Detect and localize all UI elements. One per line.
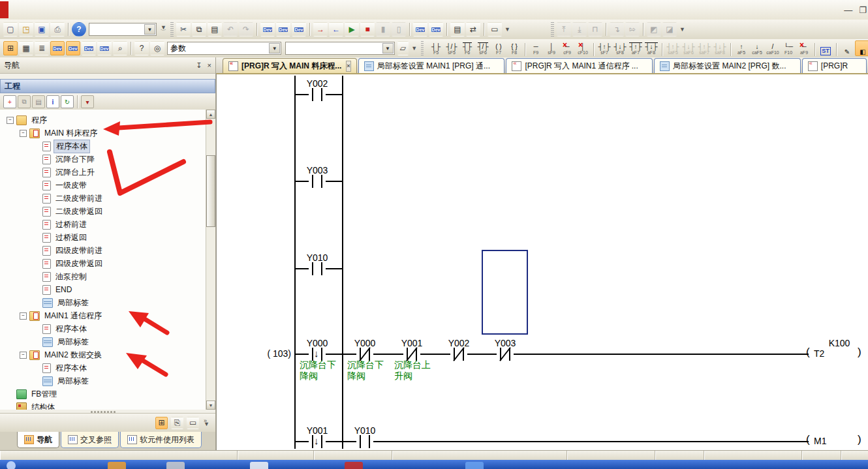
tree-item[interactable]: − 结构体 xyxy=(0,401,206,410)
paste-icon[interactable]: ▤ xyxy=(208,22,222,37)
find-text-combo[interactable]: ▼ xyxy=(285,42,394,55)
print-icon[interactable]: ⎙ xyxy=(50,22,65,37)
coil-M1[interactable]: ( M1 ) xyxy=(806,434,865,449)
tree-item[interactable]: − 过桥返回 xyxy=(0,231,206,244)
tree-item[interactable]: − 二级皮带前进 xyxy=(0,192,206,205)
tree-item[interactable]: − MAIN 料床程序 xyxy=(0,127,206,140)
menu-item[interactable] xyxy=(156,7,172,12)
device-list-icon[interactable]: Dev xyxy=(66,41,80,55)
tree-item[interactable]: − 局部标签 xyxy=(0,374,206,387)
scrollbar-thumb[interactable] xyxy=(206,155,215,227)
document-tab[interactable]: 局部标签设置 MAIN2 [PRG] 数... × xyxy=(654,58,801,73)
tree-item[interactable]: − 油泵控制 xyxy=(0,270,206,283)
tree-item[interactable]: − 一级皮带 xyxy=(0,179,206,192)
edit-cursor[interactable] xyxy=(482,250,528,335)
combo-dropdown-icon[interactable]: ▼ xyxy=(269,43,280,53)
help-icon[interactable]: ? xyxy=(72,22,86,37)
tree-item[interactable]: − 局部标签 xyxy=(0,296,206,309)
toolbar-overflow-icon-4[interactable]: ▼ xyxy=(411,47,417,50)
tree-scrollbar[interactable]: ▲ ▼ xyxy=(206,110,215,410)
taskbar-icon[interactable] xyxy=(465,462,484,469)
toolbar-overflow-icon-2[interactable]: ▼ xyxy=(504,28,510,31)
remote-operation-icon[interactable]: ▭ xyxy=(488,22,502,37)
close-panel-icon[interactable]: × xyxy=(208,61,211,70)
navigation-window-icon[interactable]: ⊞ xyxy=(3,41,18,55)
sort-filter-icon[interactable]: ▾ xyxy=(81,95,94,108)
ladder-tool-button[interactable]: ↓ caF5 xyxy=(749,40,765,56)
ladder-tool-button[interactable]: ─ aF9 xyxy=(796,40,812,56)
tree-item[interactable]: − 四级皮带返回 xyxy=(0,257,206,270)
tree-item[interactable]: − 局部标签 xyxy=(0,335,206,348)
contact-Y002-nc[interactable] xyxy=(450,347,467,361)
copy-icon[interactable]: ⧉ xyxy=(192,22,206,37)
edit-line-up-icon[interactable]: ⤒ xyxy=(557,22,571,37)
combo-dropdown-icon[interactable]: ▼ xyxy=(382,43,394,53)
toolbar-overflow-icon[interactable]: ▼﹀ xyxy=(161,26,166,33)
panel-tab[interactable]: 软元件使用列表 xyxy=(120,432,202,448)
edit-rung-icon[interactable]: ⊓ xyxy=(588,22,602,37)
collapse-icon[interactable]: − xyxy=(7,117,14,124)
tree-item[interactable]: − 沉降台下降 xyxy=(0,153,206,166)
taskbar-icon[interactable] xyxy=(166,462,185,469)
tree-item[interactable]: − 程序本体 xyxy=(0,361,206,374)
ladder-tool-button[interactable]: │ sF9 xyxy=(544,40,559,56)
ladder-tool-button[interactable]: ┤├ F6 xyxy=(459,40,475,56)
ladder-tool-button[interactable]: ┤/├ sF5 xyxy=(444,40,459,56)
ladder-tool-button[interactable]: ✎ xyxy=(839,40,855,56)
contact-Y003[interactable] xyxy=(309,174,326,189)
minibar-overflow-icon[interactable]: »▼ xyxy=(204,419,209,426)
scroll-up-icon[interactable]: ▲ xyxy=(206,110,215,119)
menu-item[interactable] xyxy=(15,7,31,12)
fb-selection-icon[interactable]: ▦ xyxy=(19,41,33,55)
cut-icon[interactable]: ✂ xyxy=(176,22,191,37)
statement-note-icon[interactable]: ▤ xyxy=(450,22,465,37)
taskbar-icon[interactable] xyxy=(250,462,268,469)
menu-item[interactable] xyxy=(172,7,187,12)
contact-Y001-falling[interactable] xyxy=(309,434,326,449)
trace-1-icon[interactable]: ◩ xyxy=(647,22,661,37)
ladder-tool-button[interactable]: ↑ aF5 xyxy=(734,40,749,56)
tree-item[interactable]: − 过桥前进 xyxy=(0,218,206,231)
scroll-down-icon[interactable]: ▼ xyxy=(206,401,215,410)
device-search-icon[interactable]: ⌕ xyxy=(113,41,127,55)
restore-button[interactable]: ❐ xyxy=(859,5,867,15)
tree-item[interactable]: − 四级皮带前进 xyxy=(0,244,206,257)
cross-search-icon[interactable]: ◎ xyxy=(150,41,164,55)
menu-item[interactable] xyxy=(140,7,156,12)
device-find-icon[interactable]: Dev xyxy=(50,41,65,55)
connection-destination-icon[interactable]: ▭ xyxy=(187,417,199,429)
edit-line-down-icon[interactable]: ⤓ xyxy=(572,22,587,37)
tree-item[interactable]: − 程序本体 xyxy=(0,322,206,335)
taskbar-icon[interactable] xyxy=(345,462,363,469)
document-tab[interactable]: [PRG]R 写入 MAIN1 通信程序 ... × xyxy=(506,58,653,73)
page-find-icon[interactable]: ▱ xyxy=(397,41,409,55)
copy-data-icon[interactable]: ⧉ xyxy=(18,95,31,108)
pin-icon[interactable]: ↧ xyxy=(196,61,202,70)
menu-item[interactable] xyxy=(78,7,93,12)
panel-tab[interactable]: 交叉参照 xyxy=(61,432,119,448)
redo-icon[interactable]: ↷ xyxy=(239,22,253,37)
tree-item[interactable]: − END xyxy=(0,283,206,296)
connection-line-icon[interactable]: ↴ xyxy=(610,22,624,37)
menu-item[interactable] xyxy=(62,7,78,12)
tree-item[interactable]: − 程序本体 xyxy=(0,140,206,153)
program-setting-icon[interactable]: ⊞ xyxy=(155,417,168,429)
ladder-editor[interactable]: Y002 Y003 Y010 ( 103) Y000 Y000 Y001 Y00… xyxy=(216,73,868,450)
device-batch-icon[interactable]: Dev xyxy=(82,41,96,55)
ladder-tool-button[interactable]: ┤├ F5 xyxy=(428,40,444,56)
device-display-2-icon[interactable]: Dev xyxy=(429,22,443,37)
help-2-icon[interactable]: ? xyxy=(134,41,149,55)
transfer-setup-icon[interactable]: ⇄ xyxy=(466,22,480,37)
device-comment-icon[interactable]: Dev xyxy=(260,22,275,37)
monitor-pause-icon[interactable]: ▮ xyxy=(376,22,390,37)
monitor-stop-icon[interactable]: ■ xyxy=(360,22,375,37)
ladder-tool-button[interactable]: └─ F10 xyxy=(781,40,796,56)
ladder-tool-button[interactable]: ┤↑├ sF7 xyxy=(597,40,612,56)
ladder-tool-button[interactable]: ┤↓├ saF6 xyxy=(681,40,696,56)
tree-item[interactable]: − MAIN2 数据交换 xyxy=(0,348,206,361)
menu-item[interactable] xyxy=(125,7,140,12)
ladder-tool-button[interactable]: ┤↑├ aF7 xyxy=(628,40,643,56)
ladder-tool-button[interactable]: ◧ xyxy=(855,40,868,56)
plc-write-icon[interactable]: → xyxy=(313,22,328,37)
tree-item[interactable]: − 二级皮带返回 xyxy=(0,205,206,218)
